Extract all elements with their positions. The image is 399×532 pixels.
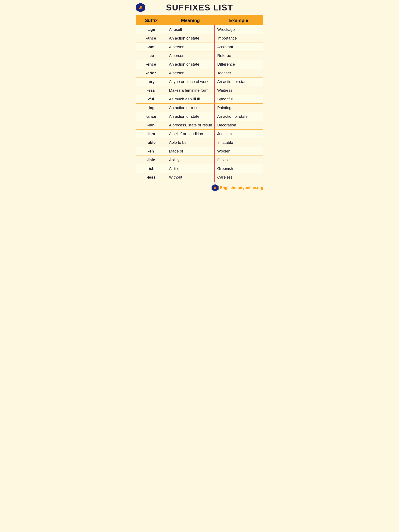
table-row: -enMade ofWoolen [136, 147, 263, 156]
footer-domain: nglishstudyonline.org [222, 185, 263, 190]
cell-meaning: A little [166, 165, 215, 173]
cell-suffix: -en [136, 147, 166, 156]
page-header: E SUFFIXES LIST [136, 3, 263, 13]
cell-suffix: -ance [136, 112, 166, 121]
cell-example: Waitress [215, 86, 263, 95]
table-row: -ingAn action or resultPainting [136, 104, 263, 112]
footer-prefix: E [220, 185, 223, 190]
cell-meaning: A belief or condition [166, 130, 215, 138]
page-wrapper: E SUFFIXES LIST Suffix Meaning Example -… [133, 0, 266, 194]
footer-site-text: Englishstudyonline.org [220, 185, 263, 190]
logo-letter: E [139, 5, 142, 10]
cell-meaning: A person [166, 69, 215, 77]
cell-suffix: -able [136, 138, 166, 147]
cell-meaning: Able to be [166, 138, 215, 147]
cell-meaning: A process, state or result [166, 121, 215, 129]
cell-meaning: An action or state [166, 34, 215, 43]
header-example: Example [215, 16, 263, 25]
cell-example: Referee [215, 51, 263, 60]
cell-example: Spoonful [215, 95, 263, 103]
table-row: -fulAs much as will fillSpoonful [136, 95, 263, 104]
table-row: -ismA belief or conditionJudaism [136, 130, 263, 138]
footer-logo: E [212, 184, 219, 191]
cell-example: Inflatable [215, 138, 263, 147]
table-row: -lessWithoutCareless [136, 173, 263, 182]
cell-suffix: -ing [136, 104, 166, 112]
cell-suffix: -er/or [136, 69, 166, 77]
cell-suffix: -less [136, 173, 166, 182]
cell-example: Judaism [215, 130, 263, 138]
cell-suffix: -age [136, 25, 166, 34]
cell-meaning: An action or result [166, 104, 215, 112]
cell-example: Wreckage [215, 25, 263, 34]
table-row: -enceAn action or stateDifference [136, 60, 263, 69]
page-title: SUFFIXES LIST [166, 3, 233, 13]
cell-suffix: -ess [136, 86, 166, 95]
cell-suffix: -ish [136, 165, 166, 173]
cell-suffix: -ery [136, 77, 166, 86]
table-row: -antA personAssistant [136, 43, 263, 51]
cell-example: Importance [215, 34, 263, 43]
cell-example: Careless [215, 173, 263, 182]
cell-example: Teacher [215, 69, 263, 77]
cell-meaning: A person [166, 43, 215, 51]
cell-suffix: -ful [136, 95, 166, 103]
cell-suffix: -ion [136, 121, 166, 129]
cell-meaning: As much as will fill [166, 95, 215, 103]
page-footer: E Englishstudyonline.org [136, 184, 263, 191]
cell-meaning: A result [166, 25, 215, 34]
cell-suffix: -ant [136, 43, 166, 51]
table-header-row: Suffix Meaning Example [136, 16, 263, 25]
cell-example: Woolen [215, 147, 263, 156]
cell-suffix: -ible [136, 156, 166, 164]
cell-meaning: Without [166, 173, 215, 182]
footer-logo-letter: E [214, 186, 216, 189]
cell-meaning: An action or state [166, 60, 215, 69]
table-row: -er/orA personTeacher [136, 69, 263, 77]
header-suffix: Suffix [136, 16, 166, 25]
table-row: -ableAble to beInflatable [136, 138, 263, 147]
cell-example: Painting [215, 104, 263, 112]
header-logo: E [136, 3, 146, 13]
cell-suffix: -ism [136, 130, 166, 138]
table-row: -ageA resultWreckage [136, 25, 263, 34]
table-row: -anceAn action or stateImportance [136, 34, 263, 43]
header-meaning: Meaning [166, 16, 215, 25]
suffixes-table: Suffix Meaning Example -ageA resultWreck… [136, 15, 263, 182]
table-row: -ishA littleGreenish [136, 165, 263, 173]
cell-example: Assistant [215, 43, 263, 51]
cell-example: An action or state [215, 112, 263, 121]
cell-example: An action or state [215, 77, 263, 86]
cell-example: Decoration [215, 121, 263, 129]
table-row: -eeA personReferee [136, 51, 263, 60]
cell-example: Greenish [215, 165, 263, 173]
table-row: -eryA type or place of workAn action or … [136, 77, 263, 86]
cell-meaning: An action or state [166, 112, 215, 121]
cell-meaning: Ability [166, 156, 215, 164]
cell-suffix: -ee [136, 51, 166, 60]
cell-suffix: -ence [136, 60, 166, 69]
cell-meaning: A person [166, 51, 215, 60]
cell-meaning: Makes a feminine form [166, 86, 215, 95]
cell-example: Flexible [215, 156, 263, 164]
cell-meaning: A type or place of work [166, 77, 215, 86]
cell-suffix: -ance [136, 34, 166, 43]
cell-meaning: Made of [166, 147, 215, 156]
table-row: -ibleAbilityFlexible [136, 156, 263, 165]
table-body: -ageA resultWreckage-anceAn action or st… [136, 25, 263, 182]
table-row: -anceAn action or stateAn action or stat… [136, 112, 263, 121]
table-row: -essMakes a feminine formWaitress [136, 86, 263, 95]
table-row: -ionA process, state or resultDecoration [136, 121, 263, 130]
cell-example: Difference [215, 60, 263, 69]
